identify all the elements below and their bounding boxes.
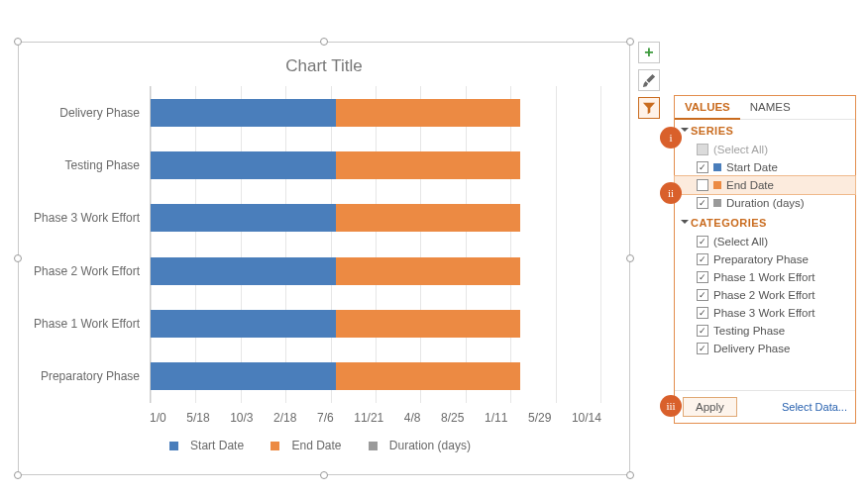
bar-row[interactable] — [151, 99, 601, 127]
checkbox-icon[interactable]: ✓ — [697, 307, 708, 319]
checkbox-icon[interactable]: ✓ — [697, 197, 708, 209]
bar-segment-start[interactable] — [151, 204, 336, 232]
y-label: Testing Phase — [29, 158, 150, 172]
resize-handle[interactable] — [320, 471, 328, 479]
chart-styles-button[interactable] — [638, 69, 660, 91]
series-select-all[interactable]: (Select All) — [675, 141, 855, 158]
brush-icon — [642, 73, 656, 87]
bar-segment-end[interactable] — [336, 204, 521, 232]
categories-section-header[interactable]: CATEGORIES — [675, 212, 855, 233]
series-color-chip — [713, 163, 721, 171]
legend[interactable]: Start Date End Date Duration (days) — [19, 439, 629, 452]
bar-row[interactable] — [151, 151, 601, 179]
apply-button[interactable]: Apply — [683, 397, 737, 417]
categories-select-all[interactable]: ✓ (Select All) — [675, 233, 855, 250]
x-label: 11/21 — [354, 411, 383, 425]
x-label: 4/8 — [404, 411, 421, 425]
bar-segment-end[interactable] — [336, 362, 521, 390]
checkbox-icon[interactable]: ✓ — [697, 253, 708, 265]
legend-swatch — [271, 442, 279, 450]
x-label: 1/11 — [485, 411, 507, 425]
bar-segment-start[interactable] — [151, 362, 336, 390]
legend-item[interactable]: Start Date — [169, 439, 252, 452]
callout-badge-i: i — [660, 127, 682, 149]
checkbox-icon[interactable] — [697, 179, 708, 191]
legend-item[interactable]: End Date — [271, 439, 349, 452]
bar-segment-end[interactable] — [336, 257, 521, 285]
bar-row[interactable] — [151, 257, 601, 285]
series-item[interactable]: ✓ Duration (days) — [675, 194, 855, 212]
category-item[interactable]: ✓ Phase 2 Work Effort — [675, 286, 855, 304]
checkbox-icon[interactable]: ✓ — [697, 236, 708, 248]
checkbox-mixed-icon[interactable] — [697, 144, 708, 155]
legend-swatch — [169, 442, 178, 450]
checkbox-icon[interactable]: ✓ — [697, 161, 708, 173]
bar-row[interactable] — [151, 310, 601, 338]
panel-footer: Apply Select Data... — [675, 390, 855, 423]
checkbox-icon[interactable]: ✓ — [697, 289, 708, 301]
chart-tools: + — [638, 42, 662, 125]
legend-label: End Date — [291, 439, 341, 452]
series-section-header[interactable]: SERIES — [675, 120, 855, 141]
resize-handle[interactable] — [626, 38, 634, 46]
x-label: 5/29 — [528, 411, 551, 425]
resize-handle[interactable] — [14, 471, 22, 479]
x-label: 10/14 — [572, 411, 601, 425]
bar-segment-start[interactable] — [151, 310, 336, 338]
category-item[interactable]: ✓ Phase 1 Work Effort — [675, 268, 855, 286]
tab-names[interactable]: NAMES — [740, 96, 801, 119]
category-item[interactable]: ✓ Testing Phase — [675, 322, 855, 340]
row-label: Phase 1 Work Effort — [713, 271, 814, 283]
category-item[interactable]: ✓ Delivery Phase — [675, 340, 855, 357]
checkbox-icon[interactable]: ✓ — [697, 271, 708, 283]
bar-segment-start[interactable] — [151, 151, 336, 179]
row-label: Phase 3 Work Effort — [713, 307, 814, 319]
bar-segment-start[interactable] — [151, 99, 336, 127]
y-axis-labels: Delivery Phase Testing Phase Phase 3 Wor… — [29, 86, 150, 403]
bar-segment-end[interactable] — [336, 151, 521, 179]
legend-item[interactable]: Duration (days) — [369, 439, 479, 452]
plot-area[interactable]: Delivery Phase Testing Phase Phase 3 Wor… — [29, 86, 601, 403]
series-item-hover[interactable]: End Date — [675, 176, 855, 194]
x-label: 1/0 — [150, 411, 166, 425]
chart-object-selection[interactable]: Chart Title Delivery Phase Testing Phase… — [18, 42, 630, 475]
checkbox-icon[interactable]: ✓ — [697, 325, 708, 337]
y-label: Phase 2 Work Effort — [29, 264, 150, 278]
select-data-link[interactable]: Select Data... — [782, 401, 847, 413]
series-item[interactable]: ✓ Start Date — [675, 158, 855, 176]
x-label: 5/18 — [186, 411, 209, 425]
bar-series — [151, 86, 601, 403]
legend-swatch — [369, 442, 378, 450]
bar-row[interactable] — [151, 362, 601, 390]
category-item[interactable]: ✓ Phase 3 Work Effort — [675, 304, 855, 322]
row-label: (Select All) — [713, 236, 768, 248]
callout-badge-iii: iii — [660, 395, 682, 417]
chart-title[interactable]: Chart Title — [19, 43, 629, 86]
funnel-icon — [642, 101, 656, 115]
chart-elements-button[interactable]: + — [638, 42, 660, 63]
row-label: Start Date — [726, 161, 778, 173]
tab-values[interactable]: VALUES — [675, 96, 740, 120]
bar-segment-end[interactable] — [336, 310, 521, 338]
bar-row[interactable] — [151, 204, 601, 232]
resize-handle[interactable] — [626, 254, 634, 262]
y-label: Phase 3 Work Effort — [29, 211, 150, 225]
chart-canvas[interactable] — [150, 86, 601, 403]
bar-segment-end[interactable] — [336, 99, 521, 127]
x-axis-labels: 1/0 5/18 10/3 2/18 7/6 11/21 4/8 8/25 1/… — [150, 411, 601, 425]
resize-handle[interactable] — [14, 254, 22, 262]
category-item[interactable]: ✓ Preparatory Phase — [675, 250, 855, 268]
panel-tabs: VALUES NAMES — [675, 96, 855, 120]
x-label: 10/3 — [230, 411, 253, 425]
resize-handle[interactable] — [14, 38, 22, 46]
bar-segment-start[interactable] — [151, 257, 336, 285]
y-label: Phase 1 Work Effort — [29, 317, 150, 331]
checkbox-icon[interactable]: ✓ — [697, 343, 708, 354]
resize-handle[interactable] — [320, 38, 328, 46]
row-label: Duration (days) — [726, 197, 805, 209]
row-label: Phase 2 Work Effort — [713, 289, 814, 301]
chart-filters-button[interactable] — [638, 97, 660, 119]
row-label: (Select All) — [713, 144, 768, 155]
resize-handle[interactable] — [626, 471, 634, 479]
plus-icon: + — [644, 44, 653, 61]
